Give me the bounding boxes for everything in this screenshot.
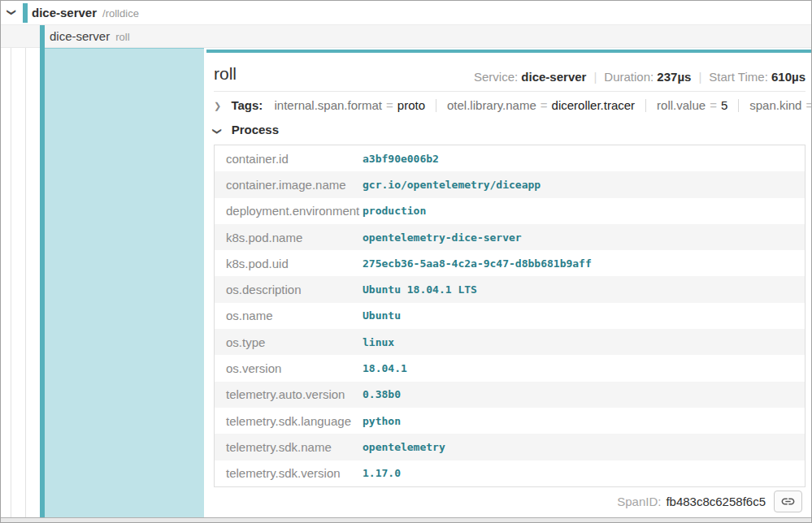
process-value: 18.04.1	[363, 362, 805, 374]
process-key: telemetry.sdk.name	[215, 440, 363, 454]
tree-guide-line	[11, 48, 11, 518]
process-key: telemetry.auto.version	[215, 387, 363, 401]
span-detail-footer: SpanID: fb483c8c6258f6c5	[617, 490, 802, 512]
divider	[738, 99, 739, 112]
span-detail-header: roll Service: dice-server|Duration: 237µ…	[214, 53, 805, 92]
tag-item: internal.span.format=proto	[274, 98, 425, 112]
process-key: os.name	[215, 309, 363, 322]
process-label: Process	[232, 123, 279, 136]
service-value: dice-server	[521, 70, 586, 84]
process-key-value-table: container.ida3bf90e006b2container.image.…	[214, 145, 805, 487]
window-bottom-edge	[1, 517, 812, 522]
spanid-label: SpanID:	[617, 495, 661, 508]
process-table-row: os.nameUbuntu	[215, 303, 805, 329]
span-service-name: dice-server/rolldice	[32, 6, 139, 19]
duration-value: 237µs	[657, 70, 691, 84]
tags-label: Tags:	[231, 98, 263, 112]
start-time-label: Start Time:	[709, 70, 768, 84]
span-service-name: dice-serverroll	[50, 29, 130, 43]
process-value: opentelemetry-dice-server	[363, 231, 805, 244]
spanid-value: fb483c8c6258f6c5	[666, 495, 766, 508]
chevron-right-icon: ❯	[214, 101, 221, 110]
process-value: Ubuntu	[363, 309, 805, 322]
process-table-row: k8s.pod.uid275ecb36-5aa8-4c2a-9c47-d8bb6…	[215, 250, 805, 276]
process-value: gcr.io/opentelemetry/diceapp	[363, 179, 805, 191]
process-value: 0.38b0	[363, 388, 805, 400]
divider	[436, 99, 436, 112]
process-value: 275ecb36-5aa8-4c2a-9c47-d8bb681b9aff	[363, 257, 805, 270]
process-key: deployment.environment	[215, 204, 363, 218]
process-key: k8s.pod.name	[215, 231, 363, 244]
selected-span-highlight	[45, 48, 204, 518]
process-key: os.version	[215, 361, 363, 375]
process-key: k8s.pod.uid	[215, 257, 363, 270]
span-operation-name: /rolldice	[102, 7, 139, 19]
tag-item: span.kind=internal	[749, 98, 812, 112]
process-key: os.description	[215, 283, 363, 296]
process-table-row: telemetry.auto.version0.38b0	[215, 382, 805, 408]
tags-list: internal.span.format=protootel.library.n…	[274, 98, 812, 112]
span-color-bar	[23, 3, 28, 23]
tree-row-rolldice[interactable]: ❯ dice-server/rolldice	[1, 1, 812, 25]
span-meta: Service: dice-server|Duration: 237µs|Sta…	[474, 70, 805, 84]
tree-guide-line	[25, 48, 26, 518]
process-value: production	[363, 205, 805, 217]
tag-item: otel.library.name=diceroller.tracer	[447, 98, 635, 112]
duration-label: Duration:	[604, 70, 654, 84]
process-key: os.type	[215, 335, 363, 349]
process-value: python	[363, 415, 805, 427]
process-key: telemetry.sdk.language	[215, 414, 363, 428]
process-table-row: container.ida3bf90e006b2	[215, 145, 805, 171]
span-detail-panel: roll Service: dice-server|Duration: 237µ…	[206, 50, 812, 518]
copy-link-button[interactable]	[774, 491, 802, 512]
link-icon	[780, 494, 796, 509]
process-table-row: os.typelinux	[215, 329, 805, 355]
process-table-row: telemetry.sdk.nameopentelemetry	[215, 434, 805, 460]
process-value: Ubuntu 18.04.1 LTS	[363, 283, 805, 296]
process-value: a3bf90e006b2	[363, 153, 805, 165]
process-table-row: k8s.pod.nameopentelemetry-dice-server	[215, 224, 805, 250]
divider: |	[593, 70, 597, 84]
chevron-down-icon[interactable]: ❯	[7, 6, 18, 18]
process-toggle-row[interactable]: ❯ Process	[214, 123, 279, 140]
process-table-row: os.version18.04.1	[215, 355, 805, 381]
process-table-row: deployment.environmentproduction	[215, 198, 805, 224]
process-table-row: os.descriptionUbuntu 18.04.1 LTS	[215, 276, 805, 302]
process-value: opentelemetry	[363, 441, 805, 453]
service-label: Service:	[474, 70, 518, 84]
start-time-value: 610µs	[771, 70, 805, 84]
process-key: container.id	[215, 152, 363, 166]
tree-row-roll[interactable]: dice-serverroll	[1, 25, 812, 48]
span-title: roll	[214, 64, 237, 84]
span-color-bar	[40, 25, 45, 48]
span-operation-name: roll	[115, 31, 129, 43]
process-value: linux	[363, 336, 805, 348]
process-key: container.image.name	[215, 178, 363, 192]
process-table-row: telemetry.sdk.version1.17.0	[215, 460, 805, 486]
chevron-down-icon: ❯	[214, 126, 221, 136]
process-table-row: telemetry.sdk.languagepython	[215, 408, 805, 434]
tags-toggle-row[interactable]: ❯ Tags: internal.span.format=protootel.l…	[214, 98, 805, 119]
divider	[645, 99, 646, 112]
divider: |	[698, 70, 701, 84]
jaeger-trace-window: 237µs ❯ dice-server/rolldice dice-server…	[0, 0, 812, 523]
process-value: 1.17.0	[363, 467, 805, 479]
process-key: telemetry.sdk.version	[215, 466, 363, 480]
process-table-row: container.image.namegcr.io/opentelemetry…	[215, 171, 805, 197]
tag-item: roll.value=5	[657, 98, 727, 112]
